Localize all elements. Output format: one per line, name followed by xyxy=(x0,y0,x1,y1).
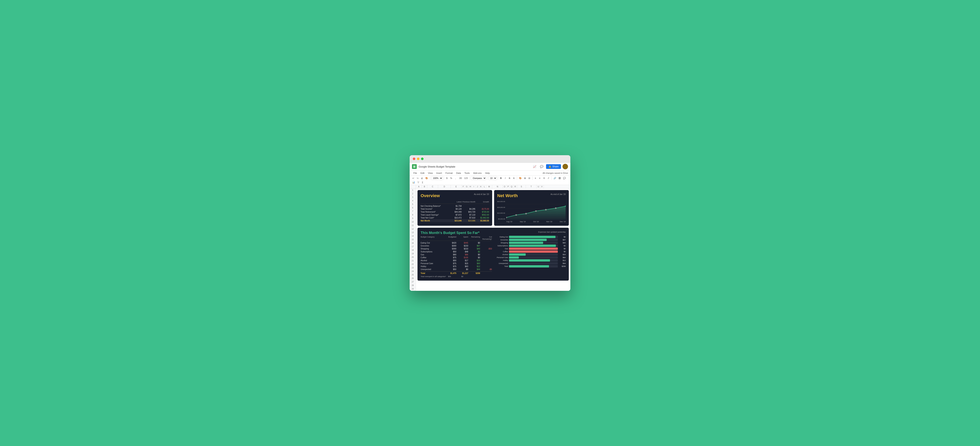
trending-icon[interactable]: 📈 xyxy=(532,164,538,169)
paint-format-button[interactable]: 🎨 xyxy=(424,176,429,180)
wrap-button[interactable]: ⟲ xyxy=(542,176,546,180)
net-worth-chart xyxy=(506,202,566,220)
overview-as-of: As end of Jan '20 xyxy=(474,193,489,195)
currency-button[interactable]: $ xyxy=(445,176,449,180)
col-header-U: U xyxy=(537,185,540,188)
row-num-17: 17 xyxy=(410,245,416,248)
share-label: Share xyxy=(552,165,558,168)
filter-button[interactable]: ▽ xyxy=(416,181,420,184)
overview-table: Latest Previous Month Growth Net Checkin… xyxy=(421,201,489,222)
comment-add-button[interactable]: 💬 xyxy=(562,176,567,180)
zoom-select[interactable]: 100% xyxy=(431,176,443,180)
strikethrough-button[interactable]: S xyxy=(508,176,512,180)
col-header-V: V xyxy=(540,185,544,188)
print-button[interactable]: 🖨 xyxy=(420,176,424,180)
row-numbers: 1234567891011121314151617181920212223242… xyxy=(410,189,416,291)
overview-col-headers: Latest Previous Month Growth xyxy=(421,201,489,204)
row-num-23: 23 xyxy=(410,266,416,270)
col-header-R: R xyxy=(514,185,517,188)
ov-row-4: Total Net Cash* $10,472 $7,610 $2,862.00 xyxy=(421,216,489,219)
menu-view[interactable]: View xyxy=(426,171,434,175)
net-worth-title: Net Worth xyxy=(497,193,518,198)
bt-cut-header: Cut Remaining* xyxy=(480,236,492,240)
bar-fill-5 xyxy=(509,251,558,253)
font-size-select[interactable]: 10 xyxy=(488,176,497,180)
rotate-button[interactable]: ↗ xyxy=(546,176,550,180)
menu-format[interactable]: Format xyxy=(444,171,454,175)
minimize-button[interactable] xyxy=(417,157,420,160)
col-header-Q: Q xyxy=(510,185,514,188)
menu-tools[interactable]: Tools xyxy=(463,171,471,175)
row-num-22: 22 xyxy=(410,263,416,266)
row-num-27: 27 xyxy=(410,280,416,284)
dashboard-top: Overview As end of Jan '20 Latest Previo… xyxy=(417,190,569,226)
menu-insert[interactable]: Insert xyxy=(435,171,443,175)
bar-container-7 xyxy=(509,256,558,259)
menu-help[interactable]: Help xyxy=(484,171,491,175)
bar-label-7: Personal Care xyxy=(494,257,508,259)
comma-button[interactable]: , xyxy=(453,176,457,180)
browser-window: Google Sheets Budget Template 📈 💬 🔒 Shar… xyxy=(410,155,570,291)
overview-title: Overview xyxy=(421,193,440,198)
close-button[interactable] xyxy=(413,157,415,160)
col-header-B: B xyxy=(422,185,427,188)
bar-container-1 xyxy=(509,239,558,241)
bar-fill-1 xyxy=(509,239,547,241)
bar-value-8: $12 xyxy=(559,259,566,262)
user-avatar[interactable] xyxy=(563,164,568,169)
comment-icon[interactable]: 💬 xyxy=(539,164,544,169)
y-label-2: $15,000.00 xyxy=(497,206,505,208)
bt-total-row: Total $1,475 $1,217 $258 xyxy=(421,271,492,275)
bar-fill-8 xyxy=(509,259,550,262)
bar-value-1: $67 xyxy=(559,239,566,241)
bar-row-2: Shopping$40 xyxy=(494,241,566,244)
decimal-button[interactable]: .00 xyxy=(458,176,463,180)
bar-label-0: Eating Out xyxy=(494,236,508,238)
x-label-2: Sep '19 xyxy=(520,221,526,222)
fill-color-button[interactable]: 🎨 xyxy=(518,176,523,180)
image-button[interactable]: 🖼 xyxy=(558,176,562,180)
valign-button[interactable]: ≡ xyxy=(538,176,542,180)
bt-remaining-header: Remaining xyxy=(468,236,480,240)
bar-container-4 xyxy=(509,248,558,250)
font-select[interactable]: Overpass xyxy=(471,176,486,180)
bar-row-0: Eating Out$0 xyxy=(494,236,566,238)
bt-row-4: Gas $80 $86 $0 xyxy=(421,253,492,256)
menu-file[interactable]: File xyxy=(412,171,418,175)
bar-value-3: $2 xyxy=(559,245,566,247)
align-button[interactable]: ≡ xyxy=(533,176,538,180)
percent-button[interactable]: % xyxy=(449,176,453,180)
function-button[interactable]: Σ xyxy=(421,181,425,184)
row-num-18: 18 xyxy=(410,248,416,252)
undo-button[interactable]: ↩ xyxy=(411,176,415,180)
font-color-button[interactable]: A xyxy=(512,176,516,180)
col-header-M: M xyxy=(486,185,492,188)
toolbar-separator-7 xyxy=(532,176,533,180)
bar-row-4: Gas$0 xyxy=(494,248,566,250)
row-num-5: 5 xyxy=(410,203,416,206)
chart-button[interactable]: 📊 xyxy=(411,181,416,184)
borders-button[interactable]: ⊞ xyxy=(523,176,527,180)
menu-addons[interactable]: Add-ons xyxy=(472,171,483,175)
bar-value-7: $60 xyxy=(559,257,566,259)
row-num-14: 14 xyxy=(410,234,416,238)
format-button[interactable]: 123 xyxy=(463,176,469,180)
budget-table: Budget Category Budgeted Spent Remaining… xyxy=(421,236,492,278)
menu-edit[interactable]: Edit xyxy=(419,171,426,175)
bold-button[interactable]: B xyxy=(499,176,503,180)
link-button[interactable]: 🔗 xyxy=(552,176,557,180)
bt-header-row: Budget Category Budgeted Spent Remaining… xyxy=(421,236,492,241)
svg-point-10 xyxy=(525,213,527,214)
italic-button[interactable]: I xyxy=(503,176,507,180)
maximize-button[interactable] xyxy=(421,157,423,160)
redo-button[interactable]: ↪ xyxy=(415,176,420,180)
row-num-16: 16 xyxy=(410,241,416,245)
row-num-8: 8 xyxy=(410,213,416,217)
bt-row-6: Alcohol $50 $17 $33 xyxy=(421,259,492,262)
bar-row-3: Subscriptions$2 xyxy=(494,244,566,247)
share-button[interactable]: 🔒 Share xyxy=(546,164,561,169)
menu-data[interactable]: Data xyxy=(455,171,462,175)
merge-button[interactable]: ⊟ xyxy=(527,176,531,180)
row-num-4: 4 xyxy=(410,199,416,203)
budget-subtitle: Expenses last updated yesterday xyxy=(538,231,566,233)
